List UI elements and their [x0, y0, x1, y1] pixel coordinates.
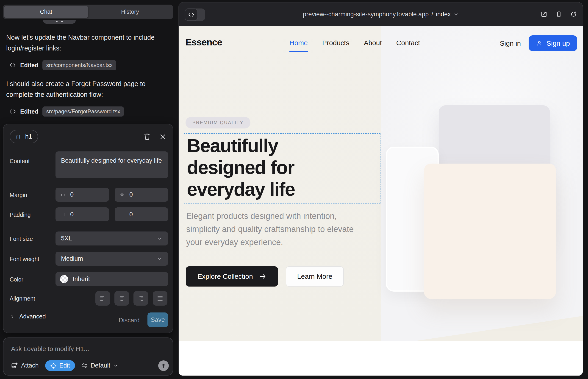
- sign-in-link[interactable]: Sign in: [500, 39, 521, 47]
- file-chip[interactable]: src/components/Navbar.tsx: [42, 60, 116, 70]
- preview-topbar: preview--charming-site-symphony.lovable.…: [179, 2, 583, 26]
- edited-file-row[interactable]: Edited src/components/Navbar.tsx: [9, 60, 116, 70]
- font-weight-select[interactable]: Medium: [56, 252, 168, 266]
- close-icon[interactable]: [159, 133, 166, 140]
- composer-input[interactable]: Ask Lovable to modify H1...: [11, 345, 89, 353]
- nav-link-contact[interactable]: Contact: [396, 39, 420, 47]
- font-size-value: 5XL: [61, 235, 72, 242]
- heading-line: designed for: [187, 157, 295, 178]
- url-page: index: [436, 11, 451, 18]
- tab-chat[interactable]: Chat: [4, 6, 88, 18]
- lovable-sidebar: Chat History Now let's update the Navbar…: [0, 0, 178, 379]
- url-breadcrumb[interactable]: preview--charming-site-symphony.lovable.…: [303, 2, 459, 26]
- nav-link-about[interactable]: About: [364, 39, 382, 47]
- sliders-icon: [81, 363, 88, 369]
- padding-y-icon: [119, 211, 125, 218]
- site-navbar: Essence Home Products About Contact Sign…: [179, 26, 583, 60]
- margin-y-input[interactable]: 0: [115, 188, 168, 202]
- chevron-down-icon: [157, 256, 163, 262]
- heading-line: Beautifully: [187, 135, 295, 157]
- element-editor-panel: тT h1 Content Beautifully designed for e…: [3, 124, 173, 333]
- alignment-label: Alignment: [10, 295, 35, 302]
- color-label: Color: [10, 276, 23, 283]
- url-separator: /: [431, 11, 433, 18]
- default-label: Default: [91, 362, 110, 369]
- nav-link-products[interactable]: Products: [322, 39, 349, 47]
- file-chip[interactable]: src/pages/ForgotPassword.tsx: [42, 107, 124, 117]
- refresh-icon[interactable]: [570, 11, 577, 17]
- advanced-toggle[interactable]: Advanced: [10, 313, 46, 320]
- align-justify-button[interactable]: [153, 291, 167, 306]
- code-icon: [9, 108, 16, 115]
- chat-history-tabs: Chat History: [3, 5, 173, 19]
- color-select[interactable]: Inherit: [56, 272, 168, 286]
- model-default-select[interactable]: Default: [81, 362, 119, 369]
- hero-section: Essence Home Products About Contact Sign…: [179, 26, 583, 341]
- margin-label: Margin: [10, 192, 27, 198]
- edited-label: Edited: [20, 62, 38, 69]
- site-preview: Essence Home Products About Contact Sign…: [179, 26, 583, 376]
- chevron-right-icon: [10, 314, 15, 319]
- edit-mode-button[interactable]: Edit: [45, 360, 75, 371]
- code-icon: [9, 62, 16, 69]
- nav-link-home[interactable]: Home: [289, 39, 308, 47]
- discard-button[interactable]: Discard: [118, 313, 140, 328]
- padding-label: Padding: [10, 211, 31, 218]
- hero-paragraph: Elegant products designed with intention…: [186, 209, 370, 249]
- preview-window: preview--charming-site-symphony.lovable.…: [179, 2, 583, 376]
- typography-icon: тT: [15, 134, 22, 140]
- margin-y-value: 0: [129, 191, 133, 198]
- chat-message: I should also create a Forgot Password p…: [6, 79, 173, 100]
- margin-x-icon: [60, 192, 66, 198]
- edit-label: Edit: [59, 362, 70, 369]
- color-value: Inherit: [73, 276, 90, 283]
- edited-label: Edited: [20, 108, 38, 115]
- align-right-button[interactable]: [134, 291, 148, 306]
- user-icon: [536, 40, 543, 47]
- sign-up-label: Sign up: [546, 39, 570, 47]
- padding-x-value: 0: [70, 211, 74, 218]
- font-size-select[interactable]: 5XL: [56, 232, 168, 245]
- padding-y-input[interactable]: 0: [115, 207, 168, 221]
- attach-button[interactable]: Attach: [11, 362, 39, 369]
- premium-quality-badge: PREMIUM QUALITY: [186, 117, 250, 128]
- tab-history[interactable]: History: [88, 6, 172, 18]
- explore-collection-button[interactable]: Explore Collection: [186, 266, 278, 286]
- padding-x-input[interactable]: 0: [56, 207, 109, 221]
- transparency-swatch-icon: [60, 275, 68, 283]
- code-preview-toggle[interactable]: [185, 8, 205, 21]
- margin-y-icon: [119, 192, 125, 198]
- edited-file-row[interactable]: Edited src/pages/ForgotPassword.tsx: [9, 107, 124, 117]
- send-button[interactable]: [158, 360, 169, 371]
- attach-label: Attach: [21, 362, 39, 369]
- content-label: Content: [10, 158, 30, 164]
- selected-element-chip[interactable]: тT h1: [10, 130, 38, 143]
- chat-message: Now let's update the Navbar component to…: [6, 32, 173, 54]
- decorative-cream-card: [424, 164, 556, 299]
- open-external-icon[interactable]: [541, 11, 547, 18]
- save-button[interactable]: Save: [147, 313, 168, 327]
- element-tag: h1: [25, 133, 32, 140]
- arrow-right-icon: [259, 273, 266, 280]
- heading-line: everyday life: [187, 178, 295, 200]
- chat-composer[interactable]: Ask Lovable to modify H1... Attach Edit …: [3, 337, 173, 376]
- chevron-down-icon: [113, 363, 119, 368]
- margin-x-input[interactable]: 0: [56, 188, 109, 202]
- target-icon: [50, 363, 57, 369]
- url-domain: preview--charming-site-symphony.lovable.…: [303, 11, 429, 18]
- hero-heading[interactable]: Beautifully designed for everyday life: [187, 135, 295, 200]
- trash-icon[interactable]: [144, 133, 151, 140]
- font-weight-value: Medium: [61, 255, 83, 262]
- font-size-label: Font size: [10, 236, 33, 242]
- explore-label: Explore Collection: [198, 272, 253, 280]
- align-center-button[interactable]: [114, 291, 129, 306]
- image-plus-icon: [11, 362, 18, 369]
- advanced-label: Advanced: [19, 313, 46, 320]
- device-mobile-icon[interactable]: [556, 11, 562, 17]
- content-input[interactable]: Beautifully designed for everyday life: [56, 151, 168, 178]
- site-logo[interactable]: Essence: [186, 37, 222, 48]
- align-left-button[interactable]: [95, 291, 110, 306]
- sign-up-button[interactable]: Sign up: [529, 35, 577, 51]
- chevron-down-icon: [453, 12, 458, 17]
- learn-more-button[interactable]: Learn More: [286, 266, 344, 286]
